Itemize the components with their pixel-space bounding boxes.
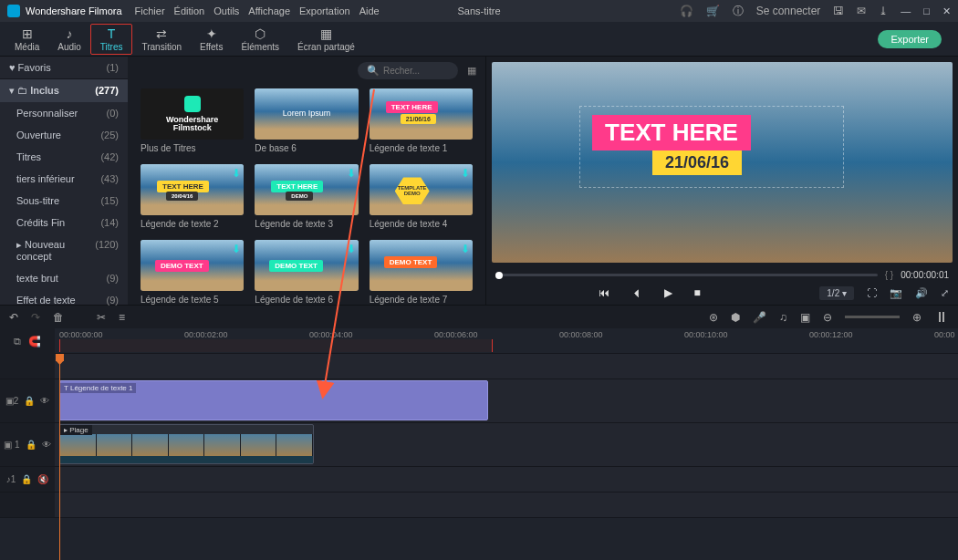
sidebar-item-soustitre[interactable]: Sous-titre(15) — [0, 190, 128, 212]
cut-icon[interactable]: ✂ — [97, 311, 106, 324]
gallery-item[interactable]: DEMO TEXT⬇Légende de texte 7 — [370, 240, 473, 305]
minimize-icon[interactable]: — — [901, 5, 911, 17]
track-lane-audio[interactable] — [55, 467, 958, 492]
timeline: ⧉ 🧲 00:00:00:0000:00:02:0000:00:04:0000:… — [0, 328, 958, 560]
titlebar: Wondershare Filmora Fichier Édition Outi… — [0, 0, 958, 22]
download-icon[interactable]: ⤓ — [879, 5, 888, 17]
gallery-item[interactable]: DEMO TEXT⬇Légende de texte 5 — [141, 240, 244, 305]
sidebar-item-personnaliser[interactable]: Personnaliser(0) — [0, 102, 128, 124]
prev-icon[interactable]: ⏮ — [599, 286, 609, 299]
mute-icon[interactable]: 🔇 — [37, 474, 48, 484]
gallery-item[interactable]: TEXT HERE20/04/16⬇Légende de texte 2 — [141, 164, 244, 229]
clip-video[interactable]: ▸ Plage — [59, 424, 314, 464]
sidebar-inclus[interactable]: ▾ 🗀 Inclus(277) — [0, 79, 128, 102]
gallery-item-label: Légende de texte 5 — [141, 295, 244, 305]
redo-icon[interactable]: ↷ — [31, 311, 40, 324]
menu-export[interactable]: Exportation — [299, 5, 350, 16]
stop-icon[interactable]: ■ — [694, 286, 701, 299]
gallery-item[interactable]: Lorem IpsumDe base 6 — [255, 88, 358, 153]
tab-audio[interactable]: ♪Audio — [48, 24, 90, 55]
sidebar: ♥ Favoris(1) ▾ 🗀 Inclus(277) Personnalis… — [0, 57, 128, 305]
info-icon[interactable]: ⓘ — [733, 4, 744, 19]
sidebar-item-tiers[interactable]: tiers inférieur(43) — [0, 168, 128, 190]
sidebar-item-textebrut[interactable]: texte brut(9) — [0, 267, 128, 289]
signin-link[interactable]: Se connecter — [756, 5, 821, 17]
tab-effects[interactable]: ✦Effets — [191, 24, 232, 55]
link-icon[interactable]: ⧉ — [14, 336, 21, 347]
sidebar-item-credits[interactable]: Crédits Fin(14) — [0, 212, 128, 233]
menu-view[interactable]: Affichage — [248, 5, 290, 16]
eye-icon[interactable]: 👁 — [42, 440, 51, 450]
mail-icon[interactable]: ✉ — [857, 5, 866, 17]
zoom-in-icon[interactable]: ⊕ — [912, 311, 922, 324]
search-input[interactable] — [383, 66, 447, 76]
sidebar-item-nouveau[interactable]: ▸ Nouveau concept(120) — [0, 233, 128, 267]
tab-transition[interactable]: ⇄Transition — [132, 24, 191, 55]
zoom-slider[interactable] — [845, 316, 900, 318]
download-icon[interactable]: ⬇ — [461, 167, 470, 180]
adjust-icon[interactable]: ≡ — [119, 311, 125, 324]
download-icon[interactable]: ⬇ — [347, 167, 356, 180]
crop-icon[interactable]: ▣ — [800, 311, 810, 324]
sidebar-favoris[interactable]: ♥ Favoris(1) — [0, 57, 128, 79]
search-box[interactable]: 🔍 — [358, 62, 458, 79]
delete-icon[interactable]: 🗑 — [53, 311, 64, 324]
track-lane-video[interactable]: ▸ Plage — [55, 423, 958, 466]
timeline-ruler[interactable]: 00:00:00:0000:00:02:0000:00:04:0000:00:0… — [55, 328, 958, 354]
export-button[interactable]: Exporter — [878, 30, 942, 48]
clip-title[interactable]: T Légende de texte 1 — [59, 380, 488, 420]
download-icon[interactable]: ⬇ — [232, 243, 241, 255]
lock-icon[interactable]: 🔒 — [26, 440, 36, 450]
scrub-knob[interactable] — [495, 272, 503, 279]
maximize-icon[interactable]: □ — [923, 5, 930, 17]
preview-zoom-select[interactable]: 1/2 ▾ — [819, 286, 854, 300]
eye-icon[interactable]: 👁 — [40, 396, 49, 406]
preview-canvas[interactable]: TEXT HERE 21/06/16 — [492, 62, 953, 263]
menu-edit[interactable]: Édition — [174, 5, 205, 16]
headset-icon[interactable]: 🎧 — [680, 5, 693, 17]
download-icon[interactable]: ⬇ — [232, 167, 241, 180]
gallery-item[interactable]: DEMO TEXT⬇Légende de texte 6 — [255, 240, 358, 305]
playhead[interactable] — [59, 354, 60, 560]
track-empty — [0, 493, 958, 518]
zoom-out-icon[interactable]: ⊖ — [823, 311, 832, 324]
track-lane-title[interactable]: T Légende de texte 1 — [55, 379, 958, 422]
grid-view-icon[interactable]: ▦ — [467, 65, 476, 77]
gallery-item[interactable]: TEXT HERE21/06/16Légende de texte 1 — [370, 88, 473, 153]
gallery-item[interactable]: TEMPLATEDEMO⬇Légende de texte 4 — [370, 164, 473, 229]
music-icon[interactable]: ♫ — [779, 311, 787, 324]
marker-icon[interactable]: ⬢ — [731, 311, 740, 324]
lock-icon[interactable]: 🔒 — [21, 474, 32, 484]
gallery-item-label: Légende de texte 7 — [370, 295, 473, 305]
menu-file[interactable]: Fichier — [135, 5, 165, 16]
menu-tools[interactable]: Outils — [213, 5, 239, 16]
mic-icon[interactable]: 🎤 — [753, 311, 766, 324]
gallery-item[interactable]: TEXT HEREDEMO⬇Légende de texte 3 — [255, 164, 358, 229]
tab-titles[interactable]: TTitres — [90, 24, 133, 55]
fullscreen-icon[interactable]: ⤢ — [941, 287, 949, 299]
download-icon[interactable]: ⬇ — [347, 243, 356, 255]
download-icon[interactable]: ⬇ — [461, 243, 470, 255]
play-icon[interactable]: ▶ — [664, 286, 672, 299]
save-icon[interactable]: 🖫 — [833, 5, 844, 17]
scrub-bar[interactable]: { } 00:00:00:01 — [486, 268, 958, 281]
undo-icon[interactable]: ↶ — [9, 311, 18, 324]
sidebar-item-ouverture[interactable]: Ouverture(25) — [0, 124, 128, 146]
tab-media[interactable]: ⊞Média — [5, 24, 48, 55]
magnet-icon[interactable]: 🧲 — [28, 336, 41, 347]
volume-icon[interactable]: 🔊 — [915, 287, 928, 299]
menu-help[interactable]: Aide — [359, 5, 380, 16]
sidebar-item-effettexte[interactable]: Effet de texte(9) — [0, 289, 128, 311]
snapshot-icon[interactable]: 📷 — [890, 287, 902, 299]
cart-icon[interactable]: 🛒 — [706, 5, 720, 17]
color-icon[interactable]: ⊛ — [709, 311, 718, 324]
step-back-icon[interactable]: ⏴ — [631, 286, 642, 299]
tab-split[interactable]: ▦Écran partagé — [288, 24, 364, 55]
close-icon[interactable]: ✕ — [942, 5, 951, 17]
gallery-item[interactable]: WondershareFilmstockPlus de Titres — [141, 88, 244, 153]
display-icon[interactable]: ⛶ — [867, 287, 877, 298]
sidebar-item-titres[interactable]: Titres(42) — [0, 146, 128, 168]
fit-icon[interactable]: ⏸ — [934, 309, 949, 326]
lock-icon[interactable]: 🔒 — [24, 396, 35, 406]
tab-elements[interactable]: ⬡Éléments — [232, 24, 288, 55]
